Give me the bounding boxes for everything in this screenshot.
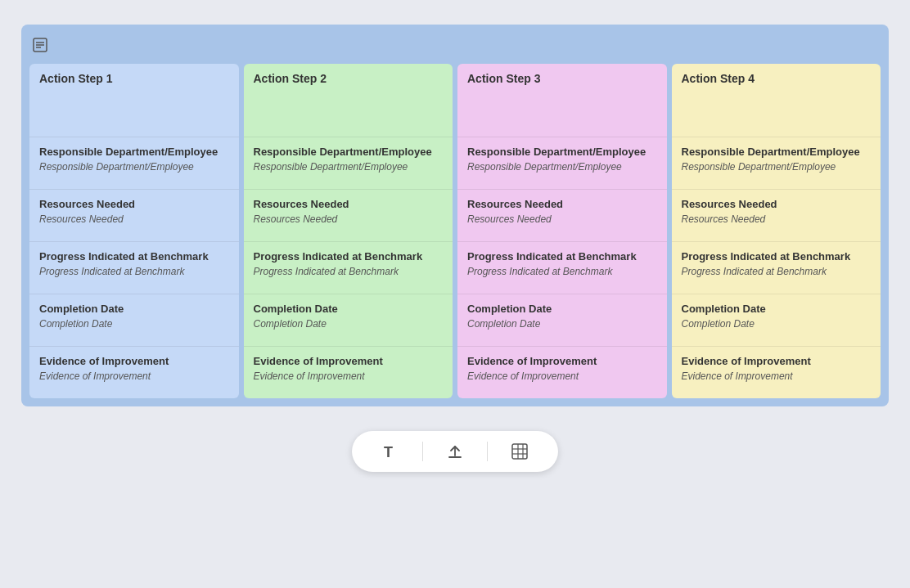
section-label-4-3: Progress Indicated at Benchmark [682,250,872,263]
section-label-1-1: Responsible Department/Employee [39,146,229,158]
section-label-1-2: Resources Needed [39,198,229,210]
section-value-4-5: Evidence of Improvement [682,370,872,390]
svg-rect-7 [512,444,527,459]
section-4-5: Evidence of ImprovementEvidence of Impro… [672,347,881,398]
action-step-header-3: Action Step 3 [457,64,667,137]
section-value-2-3: Progress Indicated at Benchmark [254,266,444,285]
section-value-3-5: Evidence of Improvement [467,370,657,390]
goal-icon [33,38,47,56]
section-1-1: Responsible Department/EmployeeResponsib… [29,137,239,190]
section-label-3-1: Responsible Department/Employee [467,146,657,158]
table-button[interactable] [504,439,535,464]
section-2-4: Completion DateCompletion Date [244,294,453,347]
section-label-3-3: Progress Indicated at Benchmark [467,250,657,263]
action-step-header-2: Action Step 2 [244,64,453,137]
section-value-4-2: Resources Needed [682,213,872,233]
section-value-1-2: Resources Needed [39,213,229,233]
section-label-2-2: Resources Needed [254,198,444,210]
section-2-5: Evidence of ImprovementEvidence of Impro… [244,347,453,398]
section-4-3: Progress Indicated at BenchmarkProgress … [672,242,881,294]
section-3-5: Evidence of ImprovementEvidence of Impro… [457,347,667,398]
section-3-2: Resources NeededResources Needed [457,190,667,242]
section-value-2-1: Responsible Department/Employee [254,161,444,181]
section-1-2: Resources NeededResources Needed [29,190,239,242]
section-3-4: Completion DateCompletion Date [457,294,667,347]
goal-header [29,33,881,64]
section-4-2: Resources NeededResources Needed [672,190,881,242]
column-2: Action Step 2Responsible Department/Empl… [244,64,453,398]
section-3-3: Progress Indicated at BenchmarkProgress … [457,242,667,294]
section-value-2-2: Resources Needed [254,213,444,233]
toolbar-divider-1 [422,442,423,461]
section-3-1: Responsible Department/EmployeeResponsib… [457,137,667,190]
section-value-3-2: Resources Needed [467,213,657,233]
section-label-4-1: Responsible Department/Employee [682,146,872,158]
column-1: Action Step 1Responsible Department/Empl… [29,64,239,398]
upload-button[interactable] [439,439,471,464]
toolbar-divider-2 [487,442,488,461]
section-value-1-4: Completion Date [39,318,229,338]
section-1-4: Completion DateCompletion Date [29,294,239,347]
section-label-2-4: Completion Date [254,303,444,315]
section-value-1-3: Progress Indicated at Benchmark [39,266,229,285]
column-3: Action Step 3Responsible Department/Empl… [457,64,667,398]
toolbar: T [352,431,558,472]
svg-text:T: T [384,444,393,460]
section-label-1-5: Evidence of Improvement [39,355,229,367]
section-label-2-1: Responsible Department/Employee [254,146,444,158]
section-value-1-1: Responsible Department/Employee [39,161,229,181]
section-value-3-4: Completion Date [467,318,657,338]
section-1-5: Evidence of ImprovementEvidence of Impro… [29,347,239,398]
section-label-2-5: Evidence of Improvement [254,355,444,367]
section-label-3-5: Evidence of Improvement [467,355,657,367]
section-label-4-5: Evidence of Improvement [682,355,872,367]
section-2-3: Progress Indicated at BenchmarkProgress … [244,242,453,294]
section-2-2: Resources NeededResources Needed [244,190,453,242]
section-4-1: Responsible Department/EmployeeResponsib… [672,137,881,190]
section-label-3-4: Completion Date [467,303,657,315]
section-1-3: Progress Indicated at BenchmarkProgress … [29,242,239,294]
section-value-3-3: Progress Indicated at Benchmark [467,266,657,285]
section-value-2-4: Completion Date [254,318,444,338]
text-button[interactable]: T [375,439,406,464]
section-label-2-3: Progress Indicated at Benchmark [254,250,444,263]
section-label-1-3: Progress Indicated at Benchmark [39,250,229,263]
section-label-4-2: Resources Needed [682,198,872,210]
section-value-1-5: Evidence of Improvement [39,370,229,390]
column-4: Action Step 4Responsible Department/Empl… [672,64,881,398]
action-step-header-1: Action Step 1 [29,64,239,137]
section-label-1-4: Completion Date [39,303,229,315]
section-label-3-2: Resources Needed [467,198,657,210]
action-step-header-4: Action Step 4 [672,64,881,137]
section-value-4-3: Progress Indicated at Benchmark [682,266,872,285]
section-label-4-4: Completion Date [682,303,872,315]
section-value-4-1: Responsible Department/Employee [682,161,872,181]
section-4-4: Completion DateCompletion Date [672,294,881,347]
section-2-1: Responsible Department/EmployeeResponsib… [244,137,453,190]
section-value-3-1: Responsible Department/Employee [467,161,657,181]
section-value-2-5: Evidence of Improvement [254,370,444,390]
columns-grid: Action Step 1Responsible Department/Empl… [29,64,881,398]
section-value-4-4: Completion Date [682,318,872,338]
main-container: Action Step 1Responsible Department/Empl… [21,25,889,406]
